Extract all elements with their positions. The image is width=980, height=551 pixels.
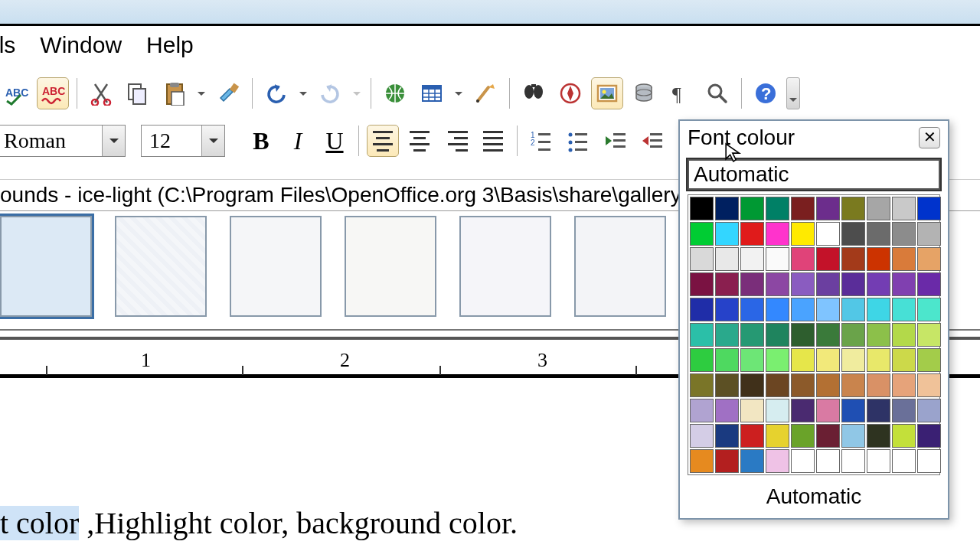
nonprinting-chars-button[interactable]: ¶ xyxy=(665,77,697,109)
close-button[interactable]: ✕ xyxy=(919,127,940,148)
colour-swatch[interactable] xyxy=(766,348,789,372)
colour-swatch[interactable] xyxy=(892,272,916,296)
colour-swatch[interactable] xyxy=(917,399,941,422)
colour-swatch[interactable] xyxy=(892,247,916,271)
colour-swatch[interactable] xyxy=(791,449,815,473)
gallery-thumbnail[interactable] xyxy=(345,216,436,317)
menu-window[interactable]: Window xyxy=(40,32,122,58)
colour-swatch[interactable] xyxy=(841,272,865,296)
colour-swatch[interactable] xyxy=(766,197,789,220)
help-button[interactable]: ? xyxy=(750,77,782,109)
table-dropdown[interactable] xyxy=(452,87,465,99)
colour-swatch[interactable] xyxy=(816,197,840,220)
format-paintbrush-button[interactable] xyxy=(212,77,244,109)
colour-swatch[interactable] xyxy=(715,348,739,372)
spellcheck-button[interactable]: ABC xyxy=(0,77,32,109)
colour-swatch[interactable] xyxy=(690,222,714,246)
gallery-button[interactable] xyxy=(591,77,623,109)
colour-swatch[interactable] xyxy=(917,197,941,220)
align-left-button[interactable] xyxy=(367,125,399,157)
colour-swatch[interactable] xyxy=(690,323,714,347)
colour-swatch[interactable] xyxy=(892,449,916,473)
automatic-colour-label[interactable]: Automatic xyxy=(680,480,948,518)
colour-swatch[interactable] xyxy=(766,424,789,448)
bullet-list-button[interactable] xyxy=(562,125,594,157)
colour-swatch[interactable] xyxy=(917,373,941,397)
menu-help[interactable]: Help xyxy=(146,32,194,58)
colour-swatch[interactable] xyxy=(740,348,764,372)
colour-swatch[interactable] xyxy=(917,222,941,246)
colour-swatch[interactable] xyxy=(816,298,840,321)
show-draw-functions-button[interactable] xyxy=(469,77,501,109)
colour-swatch[interactable] xyxy=(816,449,840,473)
colour-swatch[interactable] xyxy=(867,272,890,296)
paste-dropdown[interactable] xyxy=(195,87,207,99)
colour-swatch[interactable] xyxy=(791,272,815,296)
colour-swatch[interactable] xyxy=(766,323,789,347)
colour-swatch[interactable] xyxy=(841,247,865,271)
colour-swatch[interactable] xyxy=(766,222,789,246)
colour-swatch[interactable] xyxy=(791,222,815,246)
colour-swatch[interactable] xyxy=(766,247,789,271)
colour-swatch[interactable] xyxy=(892,222,916,246)
colour-swatch[interactable] xyxy=(715,298,739,321)
navigator-button[interactable] xyxy=(554,77,586,109)
gallery-thumbnail[interactable] xyxy=(574,216,666,317)
colour-swatch[interactable] xyxy=(715,424,739,448)
colour-swatch[interactable] xyxy=(740,399,764,422)
colour-swatch[interactable] xyxy=(892,348,916,372)
colour-swatch[interactable] xyxy=(816,272,840,296)
undo-button[interactable] xyxy=(260,77,292,109)
colour-swatch[interactable] xyxy=(841,449,865,473)
colour-swatch[interactable] xyxy=(816,222,840,246)
menu-tools[interactable]: ols xyxy=(0,32,15,58)
increase-indent-button[interactable] xyxy=(635,125,668,157)
colour-swatch[interactable] xyxy=(816,247,840,271)
colour-swatch[interactable] xyxy=(892,197,916,220)
colour-swatch[interactable] xyxy=(892,298,916,321)
gallery-thumbnail[interactable] xyxy=(0,216,92,317)
colour-swatch[interactable] xyxy=(867,298,890,321)
toolbar-overflow-button[interactable] xyxy=(786,77,800,109)
colour-swatch[interactable] xyxy=(740,323,764,347)
colour-swatch[interactable] xyxy=(740,373,764,397)
numbered-list-button[interactable]: 12 xyxy=(525,125,557,157)
colour-swatch[interactable] xyxy=(867,247,890,271)
colour-swatch[interactable] xyxy=(841,298,865,321)
colour-swatch[interactable] xyxy=(766,272,789,296)
colour-swatch[interactable] xyxy=(791,323,815,347)
colour-swatch[interactable] xyxy=(841,424,865,448)
gallery-thumbnail[interactable] xyxy=(230,216,322,317)
colour-swatch[interactable] xyxy=(715,197,739,220)
decrease-indent-button[interactable] xyxy=(599,125,631,157)
colour-swatch[interactable] xyxy=(917,272,941,296)
colour-swatch[interactable] xyxy=(690,247,714,271)
colour-swatch[interactable] xyxy=(791,399,815,422)
align-right-button[interactable] xyxy=(440,125,472,157)
colour-swatch[interactable] xyxy=(715,247,739,271)
align-justify-button[interactable] xyxy=(477,125,509,157)
colour-swatch[interactable] xyxy=(816,323,840,347)
colour-swatch[interactable] xyxy=(791,197,815,220)
bold-button[interactable]: B xyxy=(245,125,277,157)
colour-swatch[interactable] xyxy=(690,298,714,321)
colour-swatch[interactable] xyxy=(867,348,890,372)
colour-swatch[interactable] xyxy=(867,197,890,220)
colour-swatch[interactable] xyxy=(690,272,714,296)
font-name-dropdown[interactable] xyxy=(102,126,125,156)
colour-swatch[interactable] xyxy=(841,323,865,347)
font-size-dropdown[interactable] xyxy=(201,126,224,156)
auto-spellcheck-button[interactable]: ABC xyxy=(37,77,69,109)
colour-swatch[interactable] xyxy=(715,272,739,296)
colour-swatch[interactable] xyxy=(690,449,714,473)
insert-table-button[interactable] xyxy=(416,77,448,109)
colour-swatch[interactable] xyxy=(766,449,789,473)
colour-swatch[interactable] xyxy=(867,449,890,473)
colour-swatch[interactable] xyxy=(791,298,815,321)
redo-button[interactable] xyxy=(314,77,346,109)
colour-swatch[interactable] xyxy=(867,399,890,422)
automatic-colour-button[interactable]: Automatic xyxy=(688,159,940,190)
colour-swatch[interactable] xyxy=(791,348,815,372)
colour-swatch[interactable] xyxy=(715,399,739,422)
colour-swatch[interactable] xyxy=(917,298,941,321)
